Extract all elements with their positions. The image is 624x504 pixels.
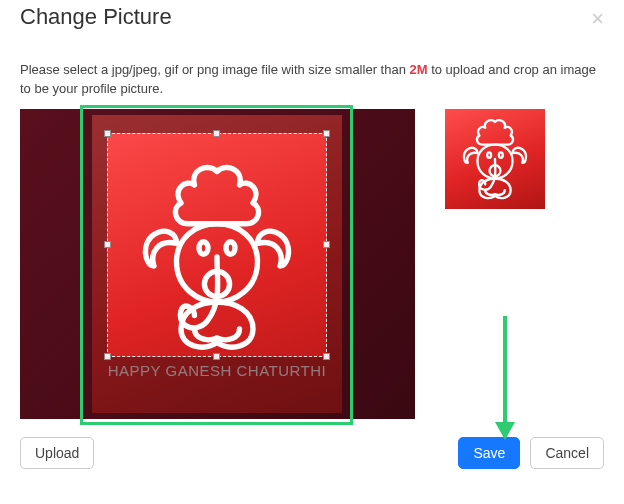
crop-handle-n[interactable] xyxy=(213,130,220,137)
cancel-button[interactable]: Cancel xyxy=(530,437,604,469)
image-caption: happy ganesh chaturthi xyxy=(98,362,336,379)
crop-preview xyxy=(445,109,545,209)
crop-handle-s[interactable] xyxy=(213,353,220,360)
crop-handle-nw[interactable] xyxy=(104,130,111,137)
image-crop-stage[interactable]: happy ganesh chaturthi xyxy=(20,109,415,419)
tutorial-arrow-icon xyxy=(490,312,520,442)
close-icon[interactable]: × xyxy=(591,4,604,30)
modal-title: Change Picture xyxy=(20,4,172,30)
crop-selection[interactable] xyxy=(107,133,327,357)
crop-handle-sw[interactable] xyxy=(104,353,111,360)
crop-handle-e[interactable] xyxy=(323,241,330,248)
crop-handle-ne[interactable] xyxy=(323,130,330,137)
instruction-pre: Please select a jpg/jpeg, gif or png ima… xyxy=(20,62,409,77)
crop-handle-se[interactable] xyxy=(323,353,330,360)
upload-button[interactable]: Upload xyxy=(20,437,94,469)
instruction-text: Please select a jpg/jpeg, gif or png ima… xyxy=(20,61,604,99)
crop-handle-w[interactable] xyxy=(104,241,111,248)
max-size: 2M xyxy=(409,62,427,77)
svg-marker-4 xyxy=(495,422,515,440)
